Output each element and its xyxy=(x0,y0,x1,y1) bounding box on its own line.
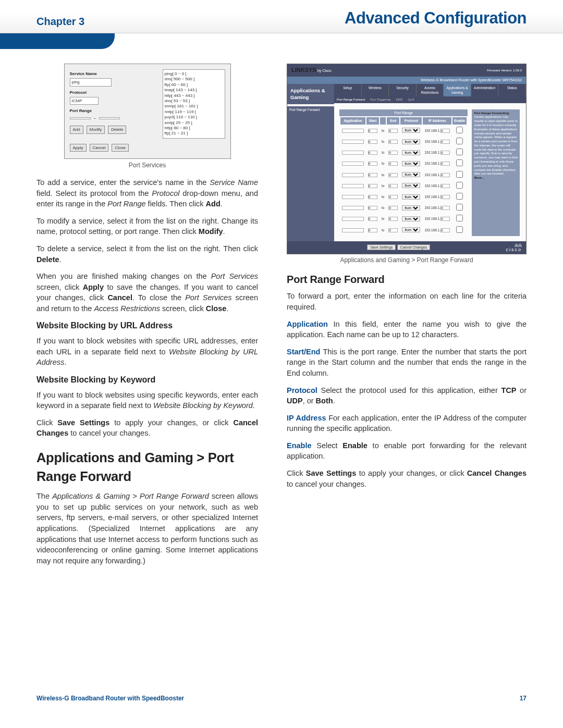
subtab-pt[interactable]: Port Triggering xyxy=(368,96,393,103)
table-row: toBoth192.168.1. xyxy=(340,137,467,146)
page-header: Chapter 3 Advanced Configuration xyxy=(0,0,563,33)
tab-setup[interactable]: Setup xyxy=(334,84,362,96)
more-link[interactable]: More... xyxy=(474,176,484,179)
content-columns: Service Name ping Protocol ICMP Port Ran… xyxy=(0,33,563,572)
subtab-prf[interactable]: Port Range Forward xyxy=(334,96,368,103)
firmware-label: Firmware Version: 1.00.0 xyxy=(487,68,522,73)
services-listbox[interactable]: ping[ 0 ~ 0 ] dns[ 500 ~ 500 ] ftp[ 60 ~… xyxy=(163,69,225,139)
para-ipaddress: IP Address For each application, enter t… xyxy=(287,413,527,434)
table-row: toBoth192.168.1. xyxy=(340,181,467,191)
figure-port-range-forward: LINKSYS by Cisco Firmware Version: 1.00.… xyxy=(287,64,527,254)
para-apply-cancel-close: When you are finished making changes on … xyxy=(36,271,258,314)
ss-footer: Save Settings Cancel Changes ılıılıcisco xyxy=(287,241,526,254)
para-modify-service: To modify a service, select it from the … xyxy=(36,216,258,237)
page-title: Advanced Configuration xyxy=(345,9,527,28)
side-title: Applications & Gaming xyxy=(287,84,334,104)
table-row: toBoth192.168.1. xyxy=(340,225,467,235)
protocol-label: Protocol xyxy=(70,90,87,95)
page-number: 17 xyxy=(520,695,527,702)
enable-checkbox[interactable] xyxy=(456,127,463,133)
cancel-button[interactable]: Cancel xyxy=(90,144,109,152)
left-column: Service Name ping Protocol ICMP Port Ran… xyxy=(36,64,258,572)
para-block-keyword: If you want to block websites using spec… xyxy=(36,390,258,411)
by-cisco-label: by Cisco xyxy=(317,69,332,72)
para-block-url: If you want to block websites with speci… xyxy=(36,336,258,368)
subtab-qos[interactable]: QoS xyxy=(405,96,417,103)
ss-header: LINKSYS by Cisco Firmware Version: 1.00.… xyxy=(287,64,526,77)
figure2-caption: Applications and Gaming > Port Range For… xyxy=(287,256,527,265)
heading-port-range-forward: Port Range Forward xyxy=(287,272,527,287)
apply-button[interactable]: Apply xyxy=(70,144,87,152)
tab-status[interactable]: Status xyxy=(498,84,526,96)
protocol-select[interactable]: ICMP xyxy=(70,97,99,105)
help-panel: Port Range Forwarding: Certain applicati… xyxy=(472,109,520,236)
table-row: toBoth192.168.1. xyxy=(340,147,467,157)
modify-button[interactable]: Modify xyxy=(87,126,105,133)
right-column: LINKSYS by Cisco Firmware Version: 1.00.… xyxy=(287,64,527,572)
port-range-label: Port Range xyxy=(70,108,92,114)
table-row: toBoth192.168.1. xyxy=(340,158,467,168)
tab-security[interactable]: Security xyxy=(389,84,417,96)
proto-select[interactable]: Both xyxy=(402,128,420,133)
heading-apps-gaming: Applications and Gaming > Port Range For… xyxy=(36,448,258,486)
figure-port-services: Service Name ping Protocol ICMP Port Ran… xyxy=(64,64,231,159)
port-range-table: Port Range Application Start End Protoco… xyxy=(339,109,468,236)
footer-left: Wireless-G Broadband Router with SpeedBo… xyxy=(36,695,184,702)
nav-tabs: Setup Wireless Security Access Restricti… xyxy=(334,84,526,96)
tab-wireless[interactable]: Wireless xyxy=(362,84,389,96)
para-delete-service: To delete a service, select it from the … xyxy=(36,243,258,265)
chapter-label: Chapter 3 xyxy=(36,16,84,28)
close-button[interactable]: Close xyxy=(112,144,128,152)
service-name-label: Service Name xyxy=(70,71,97,77)
table-row: toBoth192.168.1. xyxy=(340,126,467,135)
para-apps-gaming-desc: The Applications & Gaming > Port Range F… xyxy=(36,491,258,566)
subnav-tabs: Port Range Forward Port Triggering DMZ Q… xyxy=(334,96,526,103)
para-application: Application In this field, enter the nam… xyxy=(287,319,527,340)
page: Chapter 3 Advanced Configuration Service… xyxy=(0,0,563,728)
service-name-input[interactable]: ping xyxy=(70,78,112,86)
ss-cancel-button[interactable]: Cancel Changes xyxy=(397,244,431,250)
side-subtitle: Port Range Forward xyxy=(287,106,334,241)
delete-button[interactable]: Delete xyxy=(108,126,126,133)
start-input[interactable] xyxy=(368,129,377,133)
para-enable: Enable Select Enable to enable port forw… xyxy=(287,440,527,462)
table-row: toBoth192.168.1. xyxy=(340,203,467,213)
tab-access[interactable]: Access Restrictions xyxy=(417,84,444,96)
heading-website-blocking-keyword: Website Blocking by Keyword xyxy=(36,374,258,386)
para-add-service: To add a service, enter the service's na… xyxy=(36,177,258,209)
brand-label: LINKSYS xyxy=(291,67,316,73)
para-protocol: Protocol Select the protocol used for th… xyxy=(287,385,527,406)
ss-save-button[interactable]: Save Settings xyxy=(367,244,396,250)
add-button[interactable]: Add xyxy=(70,126,83,133)
subtab-dmz[interactable]: DMZ xyxy=(393,96,405,103)
tab-apps-gaming[interactable]: Applications & Gaming xyxy=(444,84,471,96)
table-row: toBoth192.168.1. xyxy=(340,192,467,202)
tab-admin[interactable]: Administration xyxy=(471,84,499,96)
page-footer: Wireless-G Broadband Router with SpeedBo… xyxy=(36,695,527,702)
heading-website-blocking-url: Website Blocking by URL Address xyxy=(36,320,258,332)
table-row: toBoth192.168.1. xyxy=(340,170,467,180)
para-intro: To forward a port, enter the information… xyxy=(287,291,527,312)
end-input[interactable] xyxy=(388,129,398,133)
table-title: Port Range xyxy=(339,109,468,117)
port-start-input[interactable] xyxy=(70,117,91,119)
table-row: toBoth192.168.1. xyxy=(340,214,467,224)
port-end-input[interactable] xyxy=(99,117,120,119)
figure1-caption: Port Services xyxy=(36,161,258,170)
para-startend: Start/End This is the port range. Enter … xyxy=(287,347,527,379)
ip-input[interactable] xyxy=(440,129,450,133)
para-save-cancel-1: Click Save Settings to apply your change… xyxy=(36,417,258,439)
app-input[interactable] xyxy=(342,129,364,133)
cisco-logo: ılıılıcisco xyxy=(506,243,522,252)
model-banner: Wireless-G Broadband Router with SpeedBo… xyxy=(287,77,526,84)
blue-tab-edge xyxy=(0,33,115,49)
para-save-cancel-2: Click Save Settings to apply your change… xyxy=(287,468,527,489)
